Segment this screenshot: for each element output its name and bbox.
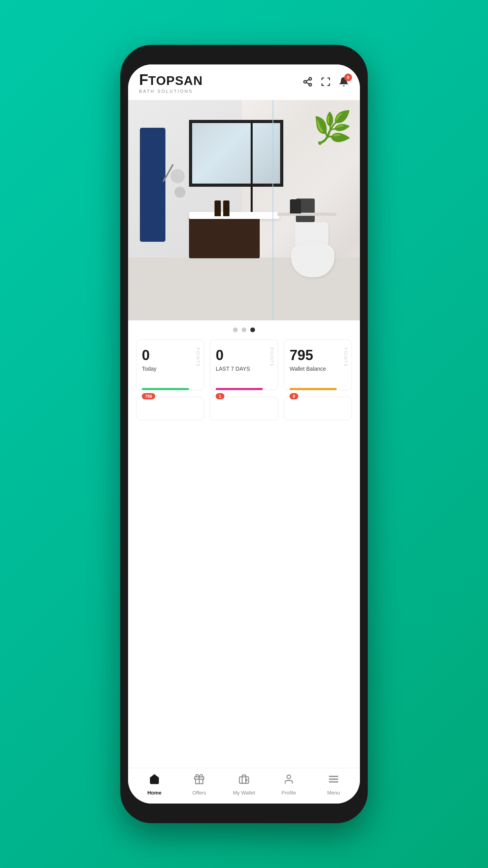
stat-label-7days: LAST 7 DAYS bbox=[216, 366, 272, 372]
bottom-badge-2: 1 bbox=[216, 393, 224, 399]
stat-card-7days: 0 LAST 7 DAYS POINTS bbox=[210, 339, 278, 390]
dot-2 bbox=[242, 327, 246, 332]
svg-line-3 bbox=[306, 82, 309, 84]
dots-container bbox=[128, 320, 360, 339]
bath-towel bbox=[140, 128, 165, 242]
share-icon[interactable] bbox=[303, 77, 313, 90]
bottom-badge-3: 0 bbox=[290, 393, 298, 399]
nav-item-menu[interactable]: Menu bbox=[311, 774, 356, 796]
bath-bottle1 bbox=[215, 200, 221, 216]
stat-label-today: Today bbox=[142, 366, 198, 372]
bottom-badge-1: 796 bbox=[142, 393, 155, 399]
svg-point-8 bbox=[246, 780, 247, 781]
bath-bottle2 bbox=[223, 200, 229, 216]
bath-glass-divider bbox=[272, 100, 273, 320]
bathroom-scene: 🌿 bbox=[128, 100, 360, 320]
bath-plant: 🌿 bbox=[313, 112, 352, 143]
notification-badge: 0 bbox=[344, 74, 352, 81]
stat-bar-wallet bbox=[290, 388, 337, 390]
bath-shelf bbox=[277, 213, 336, 216]
bath-lamp-ball2 bbox=[174, 187, 185, 198]
offers-label: Offers bbox=[192, 790, 206, 796]
stat-card-inner-wallet: 795 Wallet Balance bbox=[290, 348, 346, 386]
bath-dispenser bbox=[290, 199, 301, 213]
logo-f-letter: F bbox=[139, 72, 148, 87]
stat-card-inner-7days: 0 LAST 7 DAYS bbox=[216, 348, 272, 386]
home-label: Home bbox=[147, 790, 161, 796]
stat-value-today: 0 bbox=[142, 348, 198, 363]
stat-card-today: 0 Today POINTS bbox=[136, 339, 204, 390]
my-wallet-icon bbox=[238, 774, 250, 787]
logo-topsan: TOPSAN bbox=[148, 74, 203, 88]
profile-label: Profile bbox=[282, 790, 296, 796]
bottom-card-2: 1 bbox=[210, 397, 278, 420]
home-icon bbox=[149, 774, 160, 787]
bottom-cards-row: 796 1 0 bbox=[128, 397, 360, 420]
logo-area: F TOPSAN BATH SOLUTIONS bbox=[139, 72, 203, 94]
content-spacer bbox=[128, 420, 360, 768]
bath-mirror bbox=[189, 120, 283, 187]
screen: F TOPSAN BATH SOLUTIONS bbox=[128, 64, 360, 804]
stat-label-wallet: Wallet Balance bbox=[290, 366, 346, 372]
header: F TOPSAN BATH SOLUTIONS bbox=[128, 64, 360, 100]
bath-toilet-bowl bbox=[291, 242, 334, 277]
stat-card-wallet: 795 Wallet Balance POINTS bbox=[284, 339, 352, 390]
header-icons: 0 bbox=[303, 77, 349, 90]
banner-container: 🌿 bbox=[128, 100, 360, 320]
stat-value-7days: 0 bbox=[216, 348, 272, 363]
dot-1 bbox=[233, 327, 238, 332]
logo-subtitle: BATH SOLUTIONS bbox=[139, 89, 203, 94]
scan-icon[interactable] bbox=[321, 77, 331, 90]
svg-line-4 bbox=[306, 79, 309, 81]
bottom-card-3: 0 bbox=[284, 397, 352, 420]
nav-item-profile[interactable]: Profile bbox=[266, 774, 311, 796]
nav-item-home[interactable]: Home bbox=[132, 774, 177, 796]
dot-3 bbox=[250, 327, 255, 332]
profile-icon bbox=[283, 774, 294, 787]
stat-value-wallet: 795 bbox=[290, 348, 346, 363]
bath-cabinet bbox=[189, 215, 260, 258]
bottom-card-1: 796 bbox=[136, 397, 204, 420]
my-wallet-label: My Wallet bbox=[233, 790, 255, 796]
stat-points-wallet: POINTS bbox=[343, 348, 348, 367]
nav-item-offers[interactable]: Offers bbox=[177, 774, 222, 796]
device-shell: F TOPSAN BATH SOLUTIONS bbox=[120, 45, 368, 823]
stat-bar-7days bbox=[216, 388, 263, 390]
nav-item-my-wallet[interactable]: My Wallet bbox=[222, 774, 266, 796]
bath-lamp-ball1 bbox=[171, 169, 185, 183]
bell-wrapper[interactable]: 0 bbox=[339, 77, 349, 90]
stat-points-7days: POINTS bbox=[270, 348, 274, 367]
bottom-nav: Home Offers bbox=[128, 768, 360, 804]
stats-row: 0 Today POINTS 0 LAST 7 DAYS POINTS 795 … bbox=[128, 339, 360, 397]
offers-icon bbox=[194, 774, 205, 787]
menu-label: Menu bbox=[327, 790, 340, 796]
menu-icon bbox=[328, 774, 339, 787]
stat-bar-today bbox=[142, 388, 189, 390]
stat-card-inner-today: 0 Today bbox=[142, 348, 198, 386]
logo-brand: F TOPSAN bbox=[139, 72, 203, 88]
bath-sink-top bbox=[189, 212, 279, 219]
stat-points-today: POINTS bbox=[196, 348, 200, 367]
svg-point-9 bbox=[287, 775, 290, 779]
